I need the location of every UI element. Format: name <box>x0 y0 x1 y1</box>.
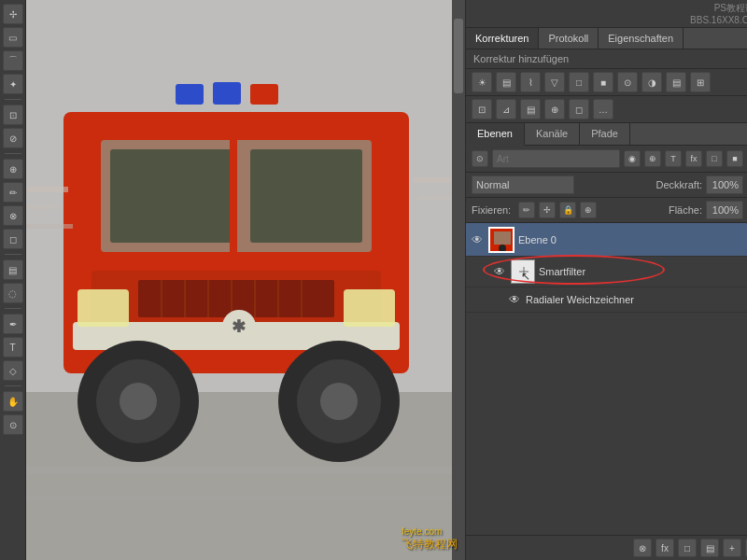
layer-visibility-ebene0[interactable]: 👁 <box>470 232 485 247</box>
levels-icon[interactable]: ▤ <box>496 72 516 92</box>
scrollbar-thumb[interactable] <box>454 19 463 93</box>
layer-item-radialer[interactable]: 👁 Radialer Weichzeichner ≡ <box>466 287 747 313</box>
tab-protokoll[interactable]: Protokoll <box>539 28 599 49</box>
hand-tool[interactable]: ✋ <box>3 391 23 412</box>
canvas-wrapper: ✱ feyte.com 飞特教程网 <box>26 0 465 560</box>
fix-all-icon[interactable]: ⊕ <box>580 202 597 218</box>
flaeche-input[interactable] <box>706 201 743 219</box>
gradient-tool[interactable]: ▤ <box>3 259 23 280</box>
blur-tool[interactable]: ◌ <box>3 283 23 303</box>
svg-rect-39 <box>494 231 511 245</box>
top-tabs: Korrekturen Protokoll Eigenschaften <box>466 28 747 49</box>
zoom-tool[interactable]: ⊙ <box>3 414 23 435</box>
tab-korrekturen[interactable]: Korrekturen <box>466 28 539 49</box>
pen-tool[interactable]: ✒ <box>3 314 23 334</box>
move-tool[interactable]: ✢ <box>3 4 23 24</box>
layer-fx-icon[interactable]: fx <box>685 150 702 167</box>
clone-tool[interactable]: ⊗ <box>3 205 23 226</box>
healing-tool[interactable]: ⊕ <box>3 159 23 179</box>
tool-divider-5 <box>5 385 21 386</box>
tab-pfade[interactable]: Pfade <box>580 123 630 145</box>
opacity-row: Deckkraft: ▸ <box>580 175 747 194</box>
link-layers-button[interactable]: ⊗ <box>633 539 652 557</box>
layer-thumbnail-smartfilter: ↖ <box>511 259 535 284</box>
layer-visibility-toggle[interactable]: ◉ <box>624 150 641 167</box>
layer-name-smartfilter: Smartfilter <box>539 266 747 277</box>
watermark-text: PS教程论坛BBS.16XX8.COM <box>690 3 747 25</box>
fix-position-icon[interactable]: ✏ <box>518 202 535 218</box>
lasso-tool[interactable]: ⌒ <box>3 50 23 71</box>
posterize-icon[interactable]: ⊡ <box>472 99 492 119</box>
more-icon[interactable]: … <box>593 99 613 119</box>
fix-lock-icon[interactable]: 🔒 <box>559 202 576 218</box>
watermark-top: PS教程论坛BBS.16XX8.COM <box>466 0 747 28</box>
right-panel: PS教程论坛BBS.16XX8.COM Korrekturen Protokol… <box>465 0 747 560</box>
layer-visibility-smartfilter[interactable]: 👁 <box>492 264 507 279</box>
eyedropper-tool[interactable]: ⊘ <box>3 128 23 148</box>
layer-name-radialer: Radialer Weichzeichner <box>526 294 743 305</box>
invert-icon[interactable]: ◻ <box>569 99 589 119</box>
opacity-input[interactable] <box>706 175 743 194</box>
ebenen-panel: Ebenen Kanäle Pfade ☰ ⊙ ◉ ⊕ T fx □ ■ ▤ N… <box>466 123 747 560</box>
selectivecolor-icon[interactable]: ⊕ <box>544 99 565 119</box>
canvas-area[interactable]: ✱ feyte.com 飞特教程网 <box>26 0 465 560</box>
new-layer-button[interactable]: + <box>723 539 741 557</box>
add-mask-button[interactable]: □ <box>678 539 697 557</box>
tab-ebenen[interactable]: Ebenen <box>466 123 525 146</box>
exposure-icon[interactable]: ▽ <box>544 72 565 92</box>
new-group-button[interactable]: ▤ <box>700 539 719 557</box>
layers-list: 👁 Ebene 0 👁 <box>466 223 747 535</box>
layer-item-smartfilter[interactable]: 👁 ↖ Smartfilter <box>466 257 747 287</box>
blend-mode-select[interactable]: Normal <box>472 175 574 194</box>
layer-style-icon[interactable]: T <box>665 150 682 167</box>
curves-icon[interactable]: ⌇ <box>520 72 541 92</box>
svg-rect-37 <box>26 0 452 560</box>
layer-item-ebene0[interactable]: 👁 Ebene 0 <box>466 223 747 257</box>
tool-divider-1 <box>5 99 21 100</box>
marquee-tool[interactable]: ▭ <box>3 27 23 48</box>
canvas-scrollbar[interactable] <box>452 0 465 560</box>
gradientmap-icon[interactable]: ▤ <box>520 99 541 119</box>
layer-visibility-radialer[interactable]: 👁 <box>507 292 522 307</box>
fixieren-row: Fixieren: ✏ ✢ 🔒 ⊕ Fläche: ▸ <box>466 198 747 223</box>
flaeche-label: Fläche: <box>669 204 702 216</box>
tool-divider-3 <box>5 254 21 255</box>
colorbalance-icon[interactable]: ⊙ <box>617 72 638 92</box>
svg-point-40 <box>499 245 506 252</box>
vibrance-icon[interactable]: □ <box>569 72 589 92</box>
fix-move-icon[interactable]: ✢ <box>539 202 556 218</box>
threshold-icon[interactable]: ⊿ <box>496 99 516 119</box>
korrektur-hinzufugen-label: Korrektur hinzufügen <box>466 49 747 69</box>
layer-search-input[interactable] <box>492 149 620 168</box>
colormixer-icon[interactable]: ⊞ <box>690 72 711 92</box>
shape-tool[interactable]: ◇ <box>3 360 23 381</box>
tab-kanaele[interactable]: Kanäle <box>525 123 580 145</box>
tab-eigenschaften[interactable]: Eigenschaften <box>599 28 684 49</box>
layer-color-icon[interactable]: ■ <box>726 150 743 167</box>
layer-link-icon[interactable]: ⊕ <box>644 150 661 167</box>
brush-tool[interactable]: ✏ <box>3 182 23 203</box>
layer-thumbnail-ebene0 <box>488 227 514 253</box>
tool-divider-2 <box>5 153 21 154</box>
bw-icon[interactable]: ◑ <box>641 72 662 92</box>
layer-bottom-bar: ⊗ fx □ ▤ + 🗑 <box>466 535 747 560</box>
layer-type-icon[interactable]: ⊙ <box>472 150 488 167</box>
hsl-icon[interactable]: ■ <box>593 72 613 92</box>
blend-opacity-row: Normal Deckkraft: ▸ <box>466 173 747 198</box>
magic-wand-tool[interactable]: ✦ <box>3 74 23 94</box>
ebenen-tabs: Ebenen Kanäle Pfade ☰ <box>466 123 747 146</box>
eraser-tool[interactable]: ◻ <box>3 229 23 249</box>
photo-icon[interactable]: ▤ <box>666 72 686 92</box>
text-tool[interactable]: T <box>3 337 23 357</box>
layer-controls: ⊙ ◉ ⊕ T fx □ ■ ▤ <box>466 146 747 173</box>
brightness-icon[interactable]: ☀ <box>472 72 492 92</box>
layer-name-ebene0: Ebene 0 <box>518 234 747 245</box>
adjustment-icons-row2: ⊡ ⊿ ▤ ⊕ ◻ … <box>466 96 747 123</box>
smartfilter-container: 👁 ↖ Smartfilter <box>466 257 747 287</box>
opacity-label: Deckkraft: <box>655 179 702 190</box>
layer-mask-icon[interactable]: □ <box>706 150 723 167</box>
tool-divider-4 <box>5 308 21 309</box>
add-style-button[interactable]: fx <box>655 539 674 557</box>
crop-tool[interactable]: ⊡ <box>3 105 23 125</box>
flaeche-row: Fläche: ▸ <box>669 201 747 219</box>
